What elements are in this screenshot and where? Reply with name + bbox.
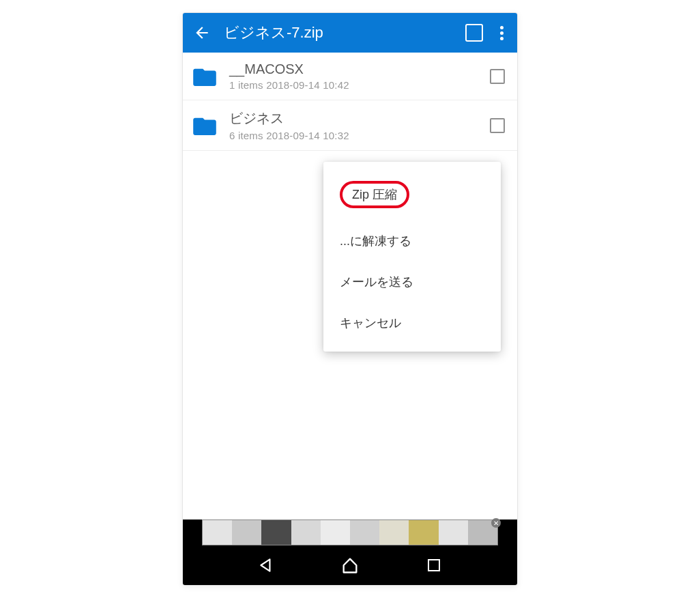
list-item[interactable]: __MACOSX 1 items 2018-09-14 10:42 <box>183 53 517 100</box>
content-area: ビジネス-7.zip __MACOSX 1 items 2018-09-14 1… <box>183 13 517 519</box>
file-meta: 1 items 2018-09-14 10:42 <box>229 79 490 91</box>
folder-icon <box>192 116 217 135</box>
page-title: ビジネス-7.zip <box>224 23 465 43</box>
nav-recent-button[interactable] <box>423 554 445 576</box>
nav-buttons <box>183 545 517 585</box>
list-item[interactable]: ビジネス 6 items 2018-09-14 10:32 <box>183 100 517 151</box>
home-outline-icon <box>340 556 360 575</box>
dot-icon <box>500 26 504 29</box>
highlight-annotation: Zip 圧縮 <box>340 181 409 208</box>
menu-item-zip-compress[interactable]: Zip 圧縮 <box>323 169 501 220</box>
back-button[interactable] <box>192 23 212 42</box>
file-meta: 6 items 2018-09-14 10:32 <box>229 130 490 141</box>
row-checkbox[interactable] <box>490 69 505 84</box>
menu-item-cancel[interactable]: キャンセル <box>323 302 501 343</box>
svg-rect-0 <box>428 560 439 571</box>
dot-icon <box>500 37 504 40</box>
select-toggle-button[interactable] <box>465 24 483 42</box>
menu-item-extract-to[interactable]: ...に解凍する <box>323 220 501 261</box>
ad-banner[interactable]: ✕ <box>202 519 498 545</box>
more-menu-button[interactable] <box>495 26 508 40</box>
triangle-left-icon <box>257 556 275 574</box>
row-checkbox[interactable] <box>490 118 505 133</box>
file-name: __MACOSX <box>229 61 490 77</box>
arrow-left-icon <box>193 24 211 42</box>
file-info: __MACOSX 1 items 2018-09-14 10:42 <box>229 61 490 91</box>
nav-back-button[interactable] <box>255 554 277 576</box>
context-menu: Zip 圧縮 ...に解凍する メールを送る キャンセル <box>323 162 501 352</box>
folder-icon <box>192 67 217 86</box>
navigation-bar: ✕ <box>183 519 517 585</box>
dot-icon <box>500 31 504 35</box>
file-name: ビジネス <box>229 109 490 128</box>
ad-close-button[interactable]: ✕ <box>491 518 501 528</box>
phone-frame: ビジネス-7.zip __MACOSX 1 items 2018-09-14 1… <box>182 12 518 586</box>
square-outline-icon <box>426 557 442 573</box>
file-info: ビジネス 6 items 2018-09-14 10:32 <box>229 109 490 141</box>
nav-home-button[interactable] <box>339 554 361 576</box>
menu-item-send-email[interactable]: メールを送る <box>323 261 501 302</box>
app-bar: ビジネス-7.zip <box>183 13 517 53</box>
